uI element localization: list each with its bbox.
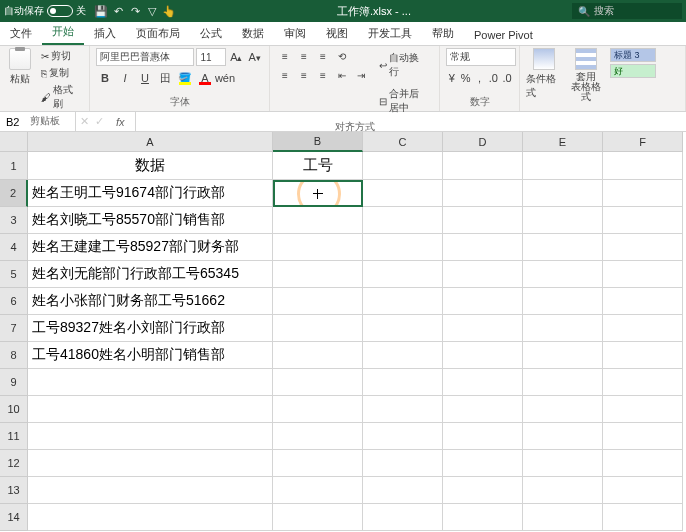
align-top-button[interactable]: ≡ (276, 48, 294, 64)
cell-C8[interactable] (363, 342, 443, 369)
cell-C1[interactable] (363, 152, 443, 180)
decrease-decimal-button[interactable]: .0 (501, 69, 513, 87)
phonetic-button[interactable]: wén (216, 69, 234, 87)
col-header-B[interactable]: B (273, 132, 363, 152)
row-header-11[interactable]: 11 (0, 423, 28, 450)
row-header-14[interactable]: 14 (0, 504, 28, 531)
bold-button[interactable]: B (96, 69, 114, 87)
tab-页面布局[interactable]: 页面布局 (126, 22, 190, 45)
tab-文件[interactable]: 文件 (0, 22, 42, 45)
align-right-button[interactable]: ≡ (314, 67, 332, 83)
cell-C13[interactable] (363, 477, 443, 504)
cell-B10[interactable] (273, 396, 363, 423)
fill-color-button[interactable]: 🪣 (176, 69, 194, 87)
cell-F4[interactable] (603, 234, 683, 261)
cell-B7[interactable] (273, 315, 363, 342)
cell-D10[interactable] (443, 396, 523, 423)
cell-B2[interactable] (273, 180, 363, 207)
cell-E4[interactable] (523, 234, 603, 261)
orientation-button[interactable]: ⟲ (333, 48, 351, 64)
row-header-8[interactable]: 8 (0, 342, 28, 369)
cell-B4[interactable] (273, 234, 363, 261)
cell-style-good[interactable]: 好 (610, 64, 656, 78)
percent-button[interactable]: % (460, 69, 472, 87)
cell-D11[interactable] (443, 423, 523, 450)
cell-D6[interactable] (443, 288, 523, 315)
indent-right-button[interactable]: ⇥ (352, 67, 370, 83)
cell-F2[interactable] (603, 180, 683, 207)
cell-C2[interactable] (363, 180, 443, 207)
cell-A13[interactable] (28, 477, 273, 504)
cell-style-title3[interactable]: 标题 3 (610, 48, 656, 62)
cell-C10[interactable] (363, 396, 443, 423)
align-bottom-button[interactable]: ≡ (314, 48, 332, 64)
border-button[interactable]: 田 (156, 69, 174, 87)
cell-A12[interactable] (28, 450, 273, 477)
fx-icon[interactable]: fx (110, 116, 131, 128)
cell-B5[interactable] (273, 261, 363, 288)
row-header-12[interactable]: 12 (0, 450, 28, 477)
align-center-button[interactable]: ≡ (295, 67, 313, 83)
cell-B3[interactable] (273, 207, 363, 234)
tab-Power Pivot[interactable]: Power Pivot (464, 25, 543, 45)
row-header-5[interactable]: 5 (0, 261, 28, 288)
format-as-table-button[interactable]: 套用 表格格式 (568, 48, 604, 102)
cell-A14[interactable] (28, 504, 273, 531)
cell-D1[interactable] (443, 152, 523, 180)
cell-D5[interactable] (443, 261, 523, 288)
cell-E5[interactable] (523, 261, 603, 288)
tab-开始[interactable]: 开始 (42, 20, 84, 45)
redo-icon[interactable]: ↷ (128, 4, 142, 18)
cell-F3[interactable] (603, 207, 683, 234)
cell-D14[interactable] (443, 504, 523, 531)
cell-F12[interactable] (603, 450, 683, 477)
row-header-13[interactable]: 13 (0, 477, 28, 504)
cell-C11[interactable] (363, 423, 443, 450)
cell-F9[interactable] (603, 369, 683, 396)
cell-D3[interactable] (443, 207, 523, 234)
underline-button[interactable]: U (136, 69, 154, 87)
cell-D9[interactable] (443, 369, 523, 396)
cell-E8[interactable] (523, 342, 603, 369)
cell-F10[interactable] (603, 396, 683, 423)
cell-A11[interactable] (28, 423, 273, 450)
cell-E7[interactable] (523, 315, 603, 342)
increase-font-button[interactable]: A▴ (228, 48, 244, 66)
cell-B9[interactable] (273, 369, 363, 396)
filter-icon[interactable]: ▽ (145, 4, 159, 18)
italic-button[interactable]: I (116, 69, 134, 87)
font-color-button[interactable]: A (196, 69, 214, 87)
cell-C6[interactable] (363, 288, 443, 315)
col-header-C[interactable]: C (363, 132, 443, 152)
tab-帮助[interactable]: 帮助 (422, 22, 464, 45)
select-all-corner[interactable] (0, 132, 28, 152)
save-icon[interactable]: 💾 (94, 4, 108, 18)
indent-left-button[interactable]: ⇤ (333, 67, 351, 83)
row-header-6[interactable]: 6 (0, 288, 28, 315)
cell-E1[interactable] (523, 152, 603, 180)
cell-E3[interactable] (523, 207, 603, 234)
cell-E13[interactable] (523, 477, 603, 504)
cell-A6[interactable]: 姓名小张部门财务部工号51662 (28, 288, 273, 315)
row-header-9[interactable]: 9 (0, 369, 28, 396)
cell-A2[interactable]: 姓名王明工号91674部门行政部 (28, 180, 273, 207)
cell-F7[interactable] (603, 315, 683, 342)
name-box[interactable]: B2 (0, 112, 76, 131)
cell-C9[interactable] (363, 369, 443, 396)
cell-A5[interactable]: 姓名刘无能部门行政部工号65345 (28, 261, 273, 288)
tab-数据[interactable]: 数据 (232, 22, 274, 45)
cell-B12[interactable] (273, 450, 363, 477)
cell-F5[interactable] (603, 261, 683, 288)
cell-C14[interactable] (363, 504, 443, 531)
col-header-F[interactable]: F (603, 132, 683, 152)
conditional-format-button[interactable]: 条件格式 (526, 48, 562, 102)
row-header-7[interactable]: 7 (0, 315, 28, 342)
col-header-A[interactable]: A (28, 132, 273, 152)
cell-B11[interactable] (273, 423, 363, 450)
number-format-combo[interactable]: 常规 (446, 48, 516, 66)
cell-E12[interactable] (523, 450, 603, 477)
confirm-edit-icon[interactable]: ✓ (95, 115, 104, 128)
cell-B8[interactable] (273, 342, 363, 369)
cell-A7[interactable]: 工号89327姓名小刘部门行政部 (28, 315, 273, 342)
row-header-3[interactable]: 3 (0, 207, 28, 234)
